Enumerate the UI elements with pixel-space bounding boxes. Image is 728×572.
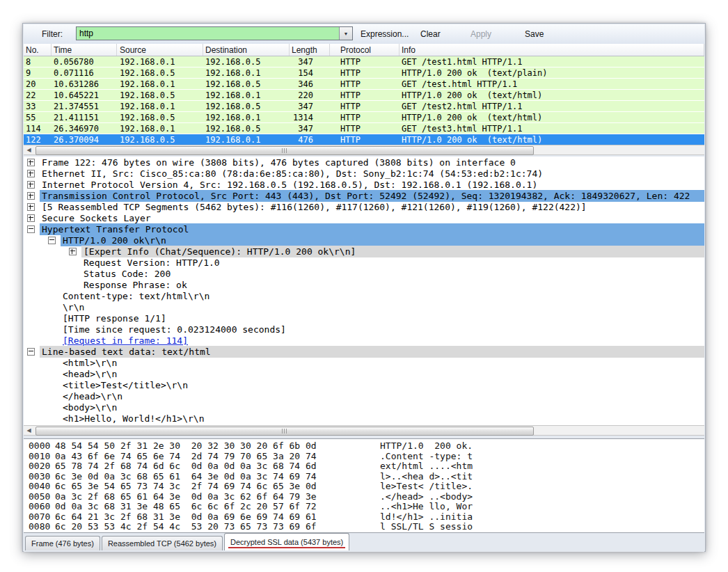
detail-row[interactable]: Line-based text data: text/html	[24, 346, 704, 357]
scroll-left-icon[interactable]: ◀	[24, 145, 34, 154]
detail-row[interactable]: \r\n	[24, 301, 704, 312]
detail-row[interactable]: [Expert Info (Chat/Sequence): HTTP/1.0 2…	[24, 246, 704, 257]
scroll-left-icon[interactable]: ◀	[24, 426, 34, 435]
expand-plus-icon[interactable]	[27, 181, 35, 189]
cell-time: 0.071116	[52, 67, 117, 78]
detail-row[interactable]: Internet Protocol Version 4, Src: 192.16…	[24, 179, 704, 190]
expand-plus-icon[interactable]	[27, 203, 35, 211]
filter-dropdown-button[interactable]: ▼	[339, 27, 352, 40]
detail-row[interactable]: Secure Sockets Layer	[24, 212, 704, 223]
detail-row[interactable]: <body>\r\n	[24, 402, 704, 413]
packet-row-122[interactable]: 12226.370094192.168.0.5192.168.0.1476HTT…	[24, 134, 704, 145]
expand-plus-icon[interactable]	[69, 248, 77, 255]
column-header-protocol[interactable]: Protocol	[330, 44, 399, 56]
cell-length: 220	[290, 90, 330, 100]
hex-ascii: .Content -type: t	[380, 452, 704, 462]
column-header-destination[interactable]: Destination	[203, 44, 290, 56]
packet-row-8[interactable]: 80.056780192.168.0.1192.168.0.5347HTTPGE…	[24, 56, 704, 67]
detail-row[interactable]: Request Version: HTTP/1.0	[24, 257, 704, 268]
detail-row[interactable]: Status Code: 200	[24, 268, 704, 279]
hex-bytes: 6c 65 3e 54 65 73 74 3c 2f 74 69 74 6c 6…	[55, 482, 380, 492]
hex-offset: 0050	[24, 492, 55, 502]
detail-row[interactable]: HTTP/1.0 200 ok\r\n	[24, 235, 704, 246]
packet-row-9[interactable]: 90.071116192.168.0.5192.168.0.1154HTTPHT…	[24, 67, 704, 79]
cell-time: 21.374551	[52, 101, 117, 111]
expand-plus-icon[interactable]	[27, 159, 35, 166]
packet-row-55[interactable]: 5521.411151192.168.0.5192.168.0.11314HTT…	[24, 112, 704, 123]
detail-row[interactable]: <html>\r\n	[24, 357, 704, 368]
scrollbar-thumb[interactable]	[35, 427, 534, 436]
cell-destination: 192.168.0.1	[203, 90, 290, 100]
expression-button[interactable]: Expression...	[361, 29, 409, 39]
detail-row[interactable]: Hypertext Transfer Protocol	[24, 223, 704, 235]
cell-destination: 192.168.0.5	[203, 56, 290, 67]
hex-row-0060[interactable]: 00600d 0a 3c 68 31 3e 48 65 6c 6c 6f 2c …	[24, 502, 704, 512]
packet-detail-pane: Frame 122: 476 bytes on wire (3808 bits)…	[24, 157, 704, 426]
hex-row-0080[interactable]: 00806c 20 53 53 4c 2f 54 4c 53 20 73 65 …	[24, 522, 704, 532]
detail-text: \r\n	[61, 301, 86, 313]
expand-plus-icon[interactable]	[27, 170, 35, 177]
packet-list-hscrollbar[interactable]: ◀	[24, 145, 704, 155]
collapse-minus-icon[interactable]	[27, 225, 35, 233]
column-header-source[interactable]: Source	[117, 44, 203, 56]
save-button[interactable]: Save	[525, 29, 544, 39]
hex-row-0020[interactable]: 002065 78 74 2f 68 74 6d 6c 0d 0a 0d 0a …	[24, 461, 704, 472]
hex-row-0050[interactable]: 00500a 3c 2f 68 65 61 64 3e 0d 0a 3c 62 …	[24, 492, 704, 502]
detail-text: Response Phrase: ok	[81, 279, 189, 291]
detail-row[interactable]: Transmission Control Protocol, Src Port:…	[24, 190, 704, 201]
cell-destination: 192.168.0.1	[203, 134, 290, 145]
scrollbar-thumb[interactable]	[35, 146, 534, 155]
packet-row-22[interactable]: 2210.645221192.168.0.5192.168.0.1220HTTP…	[24, 90, 704, 101]
hex-ascii: ext/html ....<htm	[380, 461, 704, 472]
filter-input[interactable]	[77, 27, 339, 40]
cell-time: 21.411151	[52, 112, 117, 122]
expand-plus-icon[interactable]	[27, 214, 35, 222]
detail-row[interactable]: </head>\r\n	[24, 390, 704, 402]
detail-row[interactable]: [Request in frame: 114]	[24, 335, 704, 346]
detail-row[interactable]: Ethernet II, Src: Cisco_85:ca:80 (78:da:…	[24, 168, 704, 179]
cell-source: 192.168.0.1	[117, 79, 203, 89]
hex-row-0040[interactable]: 00406c 65 3e 54 65 73 74 3c 2f 74 69 74 …	[24, 482, 704, 492]
packet-row-33[interactable]: 3321.374551192.168.0.1192.168.0.5347HTTP…	[24, 101, 704, 112]
hex-row-0070[interactable]: 00706c 64 21 3c 2f 68 31 3e 0d 0a 69 6e …	[24, 512, 704, 523]
cell-length: 476	[290, 134, 330, 145]
detail-row[interactable]: [HTTP response 1/1]	[24, 312, 704, 324]
detail-row[interactable]: [5 Reassembled TCP Segments (5462 bytes)…	[24, 201, 704, 212]
byte-view-tabs: Frame (476 bytes)Reassembled TCP (5462 b…	[24, 533, 704, 552]
detail-text: Request Version: HTTP/1.0	[81, 257, 222, 269]
column-header-length[interactable]: Length	[290, 44, 330, 56]
detail-row[interactable]: <title>Test</title>\r\n	[24, 379, 704, 390]
column-header-time[interactable]: Time	[52, 44, 117, 56]
hex-row-0000[interactable]: 000048 54 54 50 2f 31 2e 30 20 32 30 30 …	[24, 441, 704, 452]
tab-frame[interactable]: Frame (476 bytes)	[25, 536, 100, 550]
expand-plus-icon[interactable]	[27, 192, 35, 200]
detail-row[interactable]: Content-type: text/html\r\n	[24, 290, 704, 301]
hex-bytes: 6c 64 21 3c 2f 68 31 3e 0d 0a 69 6e 69 7…	[55, 512, 380, 523]
collapse-minus-icon[interactable]	[27, 348, 35, 356]
detail-row[interactable]: [Time since request: 0.023124000 seconds…	[24, 324, 704, 335]
packet-list-header: No.TimeSourceDestinationLengthProtocolIn…	[24, 44, 704, 56]
detail-link[interactable]: [Request in frame: 114]	[61, 335, 190, 347]
detail-row[interactable]: Response Phrase: ok	[24, 279, 704, 290]
detail-text: HTTP/1.0 200 ok\r\n	[61, 235, 704, 246]
cell-length: 347	[290, 56, 330, 67]
hex-dump-pane: 000048 54 54 50 2f 31 2e 30 20 32 30 30 …	[24, 438, 704, 533]
detail-pane-hscrollbar[interactable]: ◀	[24, 425, 704, 436]
tab-decrypted-ssl-data[interactable]: Decrypted SSL data (5437 bytes)	[224, 533, 349, 550]
collapse-minus-icon[interactable]	[48, 237, 56, 244]
packet-row-20[interactable]: 2010.631286192.168.0.1192.168.0.5346HTTP…	[24, 79, 704, 90]
tab-reassembled-tcp[interactable]: Reassembled TCP (5462 bytes)	[102, 536, 223, 550]
filter-input-combo: ▼	[76, 26, 353, 40]
detail-row[interactable]: <h1>Hello, World!</h1>\r\n	[24, 413, 704, 424]
hex-ascii: ld!</h1> ..initia	[380, 512, 704, 523]
detail-row[interactable]: Frame 122: 476 bytes on wire (3808 bits)…	[24, 157, 704, 168]
detail-text: <h1>Hello, World!</h1>\r\n	[61, 413, 207, 424]
hex-row-0010[interactable]: 00100a 43 6f 6e 74 65 6e 74 2d 74 79 70 …	[24, 452, 704, 462]
detail-row[interactable]: <head>\r\n	[24, 368, 704, 379]
column-header-no[interactable]: No.	[24, 44, 52, 56]
clear-button[interactable]: Clear	[420, 29, 441, 39]
hex-row-0030[interactable]: 00306c 3e 0d 0a 3c 68 65 61 64 3e 0d 0a …	[24, 472, 704, 482]
cell-no: 114	[24, 123, 52, 134]
packet-row-114[interactable]: 11426.346970192.168.0.1192.168.0.5347HTT…	[24, 123, 704, 134]
column-header-info[interactable]: Info	[399, 44, 704, 56]
